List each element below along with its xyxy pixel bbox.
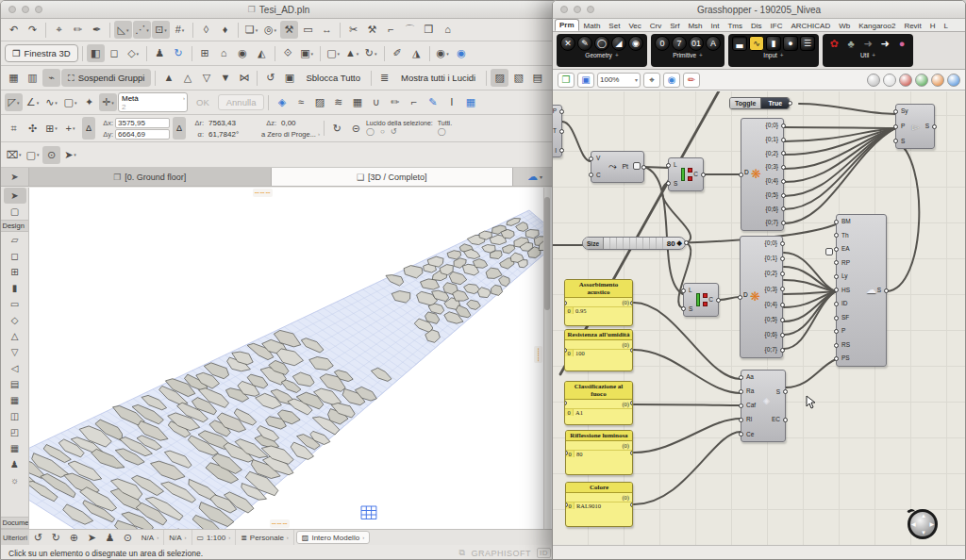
open-file-icon[interactable]: ❐ xyxy=(558,73,575,88)
plane-icon[interactable]: ◊ xyxy=(197,21,215,39)
menu-tab-revit[interactable]: Revit xyxy=(900,21,924,31)
anchor-icon[interactable]: ◎▾ xyxy=(261,21,279,39)
param-circle-icon[interactable]: ◯ xyxy=(594,36,609,51)
slab-tool[interactable]: ◇ xyxy=(4,312,26,328)
canvas-navigation-ball[interactable]: ▲ ▼ ◀ ▶ xyxy=(908,509,938,539)
tutti-selector[interactable]: Tutti. ◯ xyxy=(438,120,452,137)
undo-icon[interactable]: ↶ xyxy=(5,21,23,39)
output-port[interactable]: EC xyxy=(771,417,783,423)
input-port[interactable]: EA xyxy=(839,246,852,253)
grid-origin-icon[interactable]: ⊞▾ xyxy=(42,120,60,138)
menu-tab-int[interactable]: Int xyxy=(708,21,724,31)
input-port[interactable]: SF xyxy=(839,315,852,321)
input-port[interactable]: L xyxy=(686,288,693,294)
slider-track[interactable] xyxy=(604,238,665,249)
snap-guides-icon[interactable]: ⋰▾ xyxy=(133,21,151,39)
zoom-button[interactable] xyxy=(587,6,594,13)
minimize-button[interactable] xyxy=(574,6,581,13)
railing-tool[interactable]: ▦ xyxy=(4,392,26,408)
filter-elements-icon[interactable]: ▲▾ xyxy=(343,44,361,62)
boolean-toggle[interactable]: Toggle True xyxy=(729,97,790,109)
input-port[interactable]: ID xyxy=(839,301,852,307)
zoom-button[interactable] xyxy=(35,6,42,13)
pin-icon[interactable]: ○ xyxy=(380,127,385,137)
mostra-lucidi-button[interactable]: Mostra tutti i Lucidi xyxy=(394,69,482,87)
input-port[interactable]: C xyxy=(593,173,602,179)
button-widget-icon[interactable]: ● xyxy=(783,36,798,51)
tree-input-port[interactable] xyxy=(738,295,742,300)
bring-front-icon[interactable]: ▲ xyxy=(159,69,177,87)
input-port[interactable]: Aa xyxy=(743,374,757,381)
selection-combo-icon[interactable]: ◸▾ xyxy=(5,93,23,111)
output-port[interactable]: {0;3} xyxy=(765,164,781,171)
layers2-icon[interactable]: ≋ xyxy=(329,93,347,111)
output-port[interactable]: C xyxy=(708,297,716,304)
zoom-level-dropdown[interactable]: 100%▾ xyxy=(597,73,641,88)
menu-tab-kangaroo2[interactable]: Kangaroo2 xyxy=(855,21,899,31)
zero-reference[interactable]: a Zero di Proge... xyxy=(261,130,316,139)
roof-blue-icon[interactable]: ◈ xyxy=(273,93,291,111)
input-port[interactable]: Rl xyxy=(743,417,757,423)
output-port[interactable]: {0;2} xyxy=(764,271,780,277)
magic-wand-icon[interactable]: ✦ xyxy=(80,93,98,111)
pt-output-port[interactable] xyxy=(641,165,646,170)
menu-tab-archicad[interactable]: ARCHICAD xyxy=(787,21,834,31)
output-port[interactable]: {0;0} xyxy=(764,240,780,247)
output-port[interactable]: I xyxy=(553,148,559,155)
save-file-icon[interactable]: ▣ xyxy=(577,73,594,88)
merge-component-2[interactable]: LS C xyxy=(683,283,719,317)
output-port[interactable]: S xyxy=(924,124,932,130)
dy-input[interactable]: 6664,69 xyxy=(115,129,170,140)
slider-output-port[interactable] xyxy=(684,240,689,245)
input-port[interactable]: P xyxy=(898,124,909,130)
panel-output-port[interactable] xyxy=(630,502,633,507)
hatch2-icon[interactable]: ▨ xyxy=(310,93,328,111)
clipped-left-component[interactable]: PTI xyxy=(553,105,562,157)
pointer-tool[interactable]: ➤ xyxy=(4,188,26,204)
unlock-icon[interactable]: ▣ xyxy=(280,69,298,87)
table-blue-icon[interactable]: ▦ xyxy=(461,93,479,111)
size-slider[interactable]: Size 80 ◆ xyxy=(582,237,686,250)
toolbox-documento-header[interactable]: Docume xyxy=(1,517,29,529)
windows-icon[interactable]: ⧉ xyxy=(459,548,466,558)
input-port[interactable]: Sy xyxy=(898,108,909,115)
palette-handle-right[interactable]: ╌╌╌ xyxy=(534,346,542,363)
hatch-line-icon[interactable]: ▧ xyxy=(509,69,527,87)
camera-icon[interactable]: ◉▾ xyxy=(434,44,452,62)
output-port[interactable]: {0;0} xyxy=(765,123,781,129)
output-port[interactable]: {0;7} xyxy=(765,220,781,226)
menu-tab-tms[interactable]: Tms xyxy=(724,21,746,31)
input-port[interactable]: HS xyxy=(839,288,852,294)
snap-reference-icon[interactable]: ⊡▾ xyxy=(152,21,170,39)
annulla-button[interactable]: Annulla xyxy=(218,94,265,110)
flip-icon[interactable]: ⋈ xyxy=(235,69,253,87)
ea-value-button[interactable] xyxy=(825,248,833,255)
output-port[interactable]: {0;1} xyxy=(765,137,781,143)
stream-filter-component[interactable]: SyPS ▻ S xyxy=(895,104,935,149)
preview-shaded-ball[interactable] xyxy=(899,74,912,87)
meta-snap-combo[interactable]: Metà 2 › xyxy=(118,92,188,112)
panel-resistenza[interactable]: Resistenza all'umidità (0) 0 100 xyxy=(564,329,633,371)
input-port[interactable]: L xyxy=(671,162,678,169)
lock-icon[interactable]: ↺ xyxy=(261,69,279,87)
mesh-tool[interactable]: ▦ xyxy=(4,440,26,456)
menu-tab-l[interactable]: L xyxy=(940,21,951,31)
wall-tool[interactable]: ▱ xyxy=(4,232,26,248)
menu-tab-set[interactable]: Set xyxy=(605,21,624,31)
ibeam2-icon[interactable]: Ⅰ xyxy=(442,93,460,111)
tab-corner-pointer-icon[interactable]: ➤ xyxy=(1,168,29,186)
orbit-small-icon[interactable]: ↻ xyxy=(328,120,346,138)
marquee-tool[interactable]: ▢ xyxy=(4,204,26,220)
brush2-icon[interactable]: ✏ xyxy=(386,93,404,111)
structure-filter-selector[interactable]: ▨ Intero Modello› xyxy=(296,531,370,544)
input-port[interactable]: S xyxy=(671,181,678,188)
excavator-icon[interactable]: ⚒ xyxy=(280,21,298,39)
zoom-in-icon[interactable]: ⊕ xyxy=(65,529,83,547)
output-port[interactable]: {0;4} xyxy=(765,178,781,185)
marquee-view-icon[interactable]: ▢▾ xyxy=(325,44,342,62)
curtain-wall-tool[interactable]: ◫ xyxy=(4,408,26,424)
rotate-view-icon[interactable]: ↻▾ xyxy=(362,44,380,62)
u-profile2-icon[interactable]: ∪ xyxy=(367,93,385,111)
data-in-icon[interactable]: ➜ xyxy=(860,36,875,51)
slider-knob[interactable]: ◆ xyxy=(677,239,682,247)
